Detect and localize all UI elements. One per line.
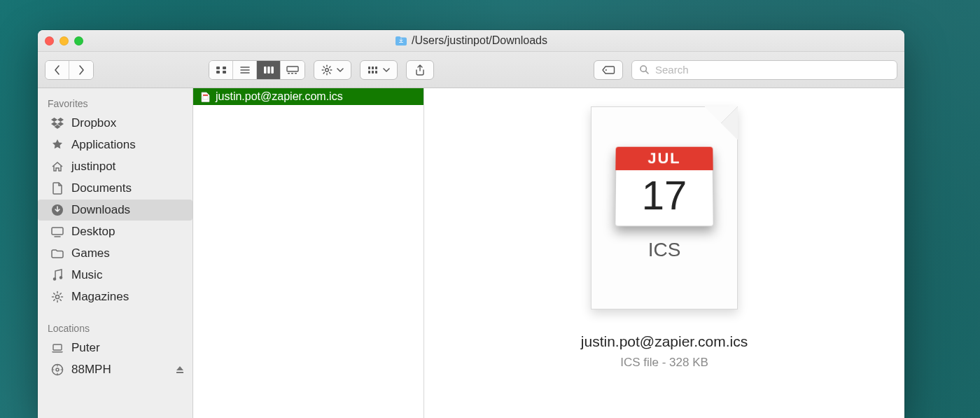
sidebar-item-label: Desktop: [71, 225, 115, 239]
svg-rect-27: [372, 71, 374, 74]
svg-rect-49: [176, 372, 183, 373]
calendar-day: 17: [615, 170, 713, 226]
svg-line-43: [60, 300, 61, 300]
zoom-button[interactable]: [74, 36, 83, 46]
svg-rect-28: [375, 71, 377, 74]
sidebar-item-applications[interactable]: Applications: [38, 134, 192, 155]
svg-rect-1: [223, 67, 226, 69]
list-view-button[interactable]: [233, 61, 257, 79]
page-fold-icon: [704, 106, 738, 140]
search-field[interactable]: [631, 60, 897, 80]
sidebar-item-magazines[interactable]: Magazines: [38, 286, 192, 307]
laptop-icon: [50, 341, 64, 355]
sidebar: Favorites Dropbox Applications justinpot…: [38, 88, 193, 418]
search-icon: [639, 64, 650, 75]
home-icon: [50, 160, 64, 174]
sidebar-item-downloads[interactable]: Downloads: [38, 200, 192, 221]
svg-rect-0: [216, 67, 220, 69]
window-controls: [45, 36, 83, 46]
chevron-down-icon: [383, 67, 390, 73]
download-folder-icon: [395, 36, 407, 46]
document-icon: [50, 181, 64, 195]
sidebar-item-music[interactable]: Music: [38, 265, 192, 286]
svg-line-42: [54, 293, 55, 294]
gallery-view-button[interactable]: [281, 61, 304, 79]
sidebar-item-label: Puter: [71, 341, 100, 355]
sidebar-item-dropbox[interactable]: Dropbox: [38, 113, 192, 134]
svg-rect-10: [287, 67, 298, 71]
svg-rect-11: [288, 73, 290, 74]
svg-rect-2: [216, 71, 220, 74]
sidebar-item-home[interactable]: justinpot: [38, 156, 192, 177]
calendar-icon: JUL 17: [615, 147, 713, 227]
sidebar-item-label: Dropbox: [71, 116, 116, 130]
finder-body: Favorites Dropbox Applications justinpot…: [38, 88, 904, 418]
view-mode-group: [209, 60, 305, 80]
sidebar-item-label: Games: [71, 246, 110, 260]
share-button[interactable]: [406, 60, 434, 80]
finder-window: /Users/justinpot/Downloads: [38, 30, 904, 418]
disk-icon: [50, 363, 64, 377]
gear-icon: [50, 290, 64, 304]
close-button[interactable]: [45, 36, 54, 46]
sidebar-item-label: 88MPH: [71, 363, 111, 377]
svg-rect-50: [203, 95, 208, 96]
svg-point-48: [56, 368, 59, 371]
ics-doc-icon: [200, 91, 210, 102]
svg-line-21: [330, 67, 330, 67]
sidebar-item-88mph[interactable]: 88MPH: [38, 359, 192, 380]
svg-rect-33: [52, 228, 63, 235]
preview-thumbnail: JUL 17 ICS: [591, 106, 738, 309]
sidebar-item-documents[interactable]: Documents: [38, 178, 192, 199]
sidebar-item-label: justinpot: [71, 160, 115, 174]
titlebar: /Users/justinpot/Downloads: [38, 30, 904, 52]
svg-rect-51: [203, 96, 208, 99]
svg-point-14: [326, 68, 329, 71]
tags-button[interactable]: [594, 60, 623, 80]
column-view-button[interactable]: [257, 61, 281, 79]
svg-line-20: [330, 72, 330, 73]
action-menu-button[interactable]: [314, 60, 351, 80]
svg-point-37: [55, 295, 59, 298]
svg-rect-25: [375, 67, 377, 69]
sidebar-item-label: Magazines: [71, 290, 129, 304]
sidebar-item-puter[interactable]: Puter: [38, 337, 192, 358]
icon-view-button[interactable]: [209, 61, 233, 79]
nav-back-forward: [45, 60, 94, 80]
svg-rect-9: [271, 67, 274, 74]
sidebar-item-label: Downloads: [71, 203, 130, 217]
minimize-button[interactable]: [59, 36, 69, 46]
sidebar-section-favorites: Favorites: [38, 94, 192, 112]
dropbox-icon: [50, 116, 64, 130]
music-icon: [50, 268, 64, 282]
desktop-icon: [50, 225, 64, 239]
forward-button[interactable]: [69, 61, 93, 79]
svg-rect-46: [53, 344, 62, 350]
preview-type-label: ICS: [648, 239, 681, 261]
svg-point-35: [53, 277, 56, 280]
sidebar-item-label: Documents: [71, 181, 132, 195]
svg-rect-13: [295, 73, 297, 74]
gear-icon: [321, 64, 332, 76]
eject-icon[interactable]: [176, 365, 184, 374]
share-icon: [415, 64, 425, 76]
back-button[interactable]: [46, 61, 69, 79]
sidebar-section-locations: Locations: [38, 319, 192, 337]
arrange-menu-button[interactable]: [360, 60, 398, 80]
sidebar-item-games[interactable]: Games: [38, 243, 192, 264]
window-title-text: /Users/justinpot/Downloads: [412, 34, 547, 47]
toolbar: [38, 52, 904, 88]
preview-filename: justin.pot@zapier.com.ics: [581, 333, 748, 350]
chevron-down-icon: [337, 67, 344, 73]
sidebar-item-label: Music: [71, 268, 102, 282]
window-title: /Users/justinpot/Downloads: [38, 34, 904, 47]
svg-rect-12: [291, 73, 293, 74]
svg-rect-3: [223, 71, 226, 74]
sidebar-item-desktop[interactable]: Desktop: [38, 221, 192, 242]
svg-line-45: [54, 300, 55, 300]
svg-rect-7: [264, 67, 267, 74]
search-input[interactable]: [655, 64, 890, 76]
svg-point-29: [606, 69, 607, 70]
app-icon: [50, 138, 64, 152]
file-row[interactable]: justin.pot@zapier.com.ics: [193, 88, 424, 105]
